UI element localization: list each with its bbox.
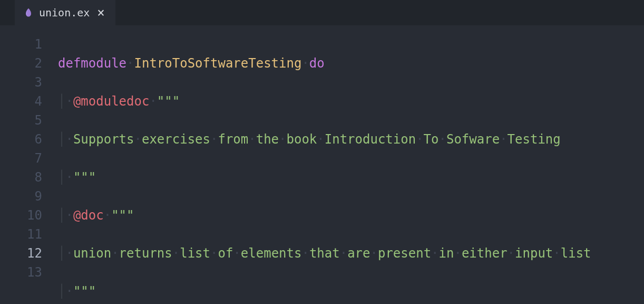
editor[interactable]: 1 2 3 4 5 6 7 8 9 10 11 12 13 defmodule·…: [0, 25, 644, 304]
line-number: 3: [0, 73, 58, 92]
code-line: │·Supports·exercises·from·the·book·Intro…: [58, 130, 644, 149]
line-number: 2: [0, 54, 58, 73]
gutter: 1 2 3 4 5 6 7 8 9 10 11 12 13: [0, 25, 58, 304]
code-line: │·@doc·""": [58, 206, 644, 225]
elixir-file-icon: [23, 7, 34, 18]
code-line: │·@moduledoc·""": [58, 92, 644, 111]
tab-filename: union.ex: [39, 6, 90, 19]
code-line: │·""": [58, 168, 644, 187]
line-number: 11: [0, 225, 58, 244]
line-number: 9: [0, 187, 58, 206]
tab-union-ex[interactable]: union.ex ×: [15, 0, 115, 25]
line-number: 6: [0, 130, 58, 149]
line-number: 10: [0, 206, 58, 225]
code-line: │·union·returns·list·of·elements·that·ar…: [58, 244, 644, 263]
code-line: defmodule·IntroToSoftwareTesting·do: [58, 54, 644, 73]
line-number: 4: [0, 92, 58, 111]
line-number: 12: [0, 244, 58, 263]
tab-bar: union.ex ×: [0, 0, 644, 25]
code-line: │·""": [58, 282, 644, 301]
line-number: 5: [0, 111, 58, 130]
line-number: 8: [0, 168, 58, 187]
code-area[interactable]: defmodule·IntroToSoftwareTesting·do │·@m…: [58, 25, 644, 304]
close-icon[interactable]: ×: [95, 6, 106, 19]
line-number: 7: [0, 149, 58, 168]
line-number: 13: [0, 263, 58, 282]
line-number: 1: [0, 35, 58, 54]
